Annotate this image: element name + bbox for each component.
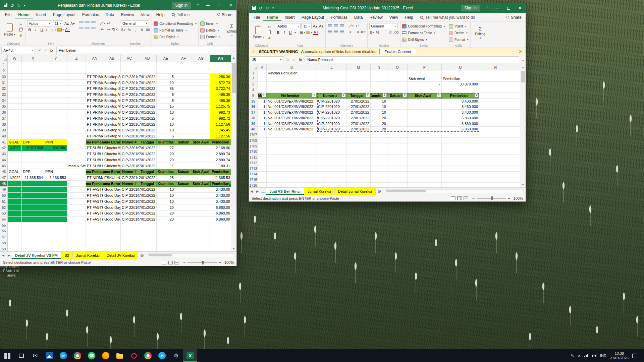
bold-button[interactable]: B [27, 27, 32, 33]
cell-M4[interactable] [346, 87, 371, 93]
italic-button[interactable]: I [282, 30, 287, 35]
cell-AD1[interactable] [138, 62, 157, 68]
align-center-icon[interactable] [333, 29, 338, 35]
row-header-3[interactable]: 3 [249, 82, 258, 87]
cell-Q1710[interactable] [442, 149, 479, 155]
cell-AD46[interactable]: Tanggal [138, 169, 157, 175]
cell-L36[interactable]: CIP-2201020 [317, 104, 346, 110]
cell-X38[interactable] [22, 121, 44, 127]
cell-X50[interactable] [22, 193, 44, 199]
cell-Q1716[interactable] [442, 183, 479, 187]
cell-X52[interactable] [22, 204, 44, 210]
cell-O4[interactable] [387, 87, 408, 93]
taskbar-telegram-button[interactable] [155, 349, 169, 362]
scroll-up-icon[interactable]: ▲ [231, 55, 236, 60]
cell-X39[interactable] [22, 127, 44, 133]
volume-icon[interactable] [592, 354, 596, 357]
cell-AH58[interactable] [210, 240, 231, 246]
cell-AG58[interactable] [192, 240, 210, 246]
row-header-2[interactable]: 2 [0, 68, 8, 74]
cell-AB35[interactable]: Biskitop Wa [103, 104, 121, 110]
sheet-tab-jurnal-koreksi[interactable]: Jurnal Koreksi [73, 252, 103, 259]
menu-tab-page-layout[interactable]: Page Layout [50, 11, 79, 18]
cell-P1714[interactable] [408, 172, 442, 177]
cell-AF47[interactable] [175, 175, 192, 181]
column-header-Y[interactable]: Y [44, 55, 67, 62]
cell-AH40[interactable]: 1.127.56 [210, 133, 231, 139]
cell-B1715[interactable] [267, 177, 317, 183]
cell-AD2[interactable] [138, 68, 157, 74]
row-header-38[interactable]: 38 [0, 121, 8, 127]
conditional-formatting-button[interactable]: Conditional Formatting▾ [402, 23, 445, 29]
cell-Z51[interactable] [67, 199, 86, 205]
align-middle-icon[interactable] [85, 20, 90, 26]
cell-W55[interactable] [8, 222, 22, 228]
cell-AB38[interactable]: Biskitop Wa [103, 121, 121, 127]
cell-AG46[interactable]: Stok Awal [192, 169, 210, 175]
cell-AH43[interactable]: 2.890.74 [210, 151, 231, 157]
name-box[interactable]: J5▾ [250, 56, 283, 63]
cell-AD32[interactable]: 17/01/2022 [138, 86, 157, 92]
cell-AG53[interactable] [192, 210, 210, 217]
sheet-tab-b2[interactable]: B2 [61, 252, 73, 259]
cell-AE40[interactable]: 5 [157, 133, 175, 139]
cell-B3[interactable] [267, 82, 317, 87]
delete-cells-button[interactable]: Delete▾ [200, 27, 220, 33]
cell-AB2[interactable] [103, 68, 121, 74]
cell-P35[interactable] [408, 99, 442, 104]
vertical-scroll-thumb[interactable] [232, 63, 236, 93]
cell-X59[interactable] [22, 246, 44, 251]
row-header-36[interactable]: 36 [0, 110, 8, 116]
cell-X57[interactable] [22, 234, 44, 240]
redo-icon[interactable]: ↻ [266, 6, 269, 11]
cell-X36[interactable] [22, 110, 44, 116]
format-cells-button[interactable]: Format▾ [200, 34, 220, 40]
cell-M1[interactable] [346, 70, 371, 76]
font-name-combo[interactable]: Aptos▾ [276, 23, 301, 29]
zoom-in-icon[interactable]: + [508, 196, 510, 200]
orientation-icon[interactable]: ⤢▾ [100, 20, 105, 26]
cell-AF53[interactable] [175, 210, 192, 217]
cell-X37[interactable] [22, 115, 44, 121]
cell-AB41[interactable]: Nama Barang [103, 139, 121, 145]
cell-L1711[interactable] [317, 155, 346, 160]
cell-Z34[interactable] [67, 98, 86, 104]
cell-AC52[interactable]: CIP-22010 [121, 204, 138, 210]
cell-AF56[interactable] [175, 228, 192, 234]
cell-AC59[interactable] [121, 246, 138, 251]
cell-Q1707[interactable] [442, 132, 479, 138]
cell-AE1[interactable] [157, 62, 175, 68]
row-header-39[interactable]: 39 [0, 127, 8, 133]
cell-Y42[interactable]: 802.986 [44, 145, 67, 151]
cell-P2[interactable]: Stok Awal [408, 76, 442, 82]
cell-W38[interactable] [8, 121, 22, 127]
cell-Z40[interactable] [67, 133, 86, 139]
cell-AG36[interactable] [192, 110, 210, 116]
maximize-button[interactable] [503, 3, 514, 13]
cell-X2[interactable] [22, 68, 44, 74]
cell-AH42[interactable]: 2.168.06 [210, 145, 231, 151]
row-header-1716[interactable]: 1716 [249, 183, 258, 187]
cell-W32[interactable] [8, 86, 22, 92]
cell-X47[interactable]: 11.365.534 [22, 175, 44, 181]
cell-AE47[interactable]: 25 [157, 175, 175, 181]
page-break-view-icon[interactable] [464, 196, 468, 200]
taskbar-excel-button[interactable]: X [183, 349, 197, 362]
zoom-in-icon[interactable]: + [219, 260, 221, 264]
cell-Q38[interactable]: 6.860.000 [442, 115, 479, 121]
cell-AD42[interactable]: 27/01/2022 [138, 145, 157, 151]
align-center-icon[interactable] [85, 26, 90, 32]
cell-AG1[interactable] [192, 62, 210, 68]
cell-AG55[interactable] [192, 222, 210, 228]
cell-M3[interactable] [346, 82, 371, 87]
menu-tab-formulas[interactable]: Formulas [79, 11, 102, 18]
cell-AF55[interactable] [175, 222, 192, 228]
cell-R1708[interactable] [479, 138, 512, 143]
zoom-level[interactable]: 100% [223, 260, 234, 264]
cell-AE34[interactable]: 5 [157, 98, 175, 104]
cell-W42[interactable]: 1/2022 [8, 145, 22, 151]
cell-A1[interactable] [258, 70, 267, 76]
scroll-down-icon[interactable]: ▼ [520, 182, 526, 187]
cell-Y34[interactable] [44, 98, 67, 104]
tray-expand-icon[interactable]: ∧ [578, 353, 581, 358]
